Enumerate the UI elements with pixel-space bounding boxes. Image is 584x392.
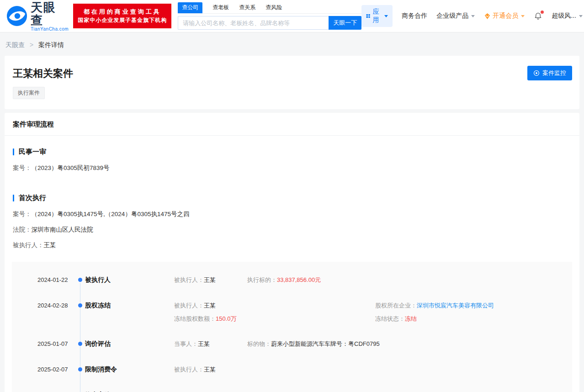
section-title-text: 首次执行: [19, 194, 46, 202]
case-process-card: 案件审理流程 民事一审案号：（2023）粤0305民初7839号首次执行案号：（…: [5, 113, 579, 392]
vip-gem-icon: [484, 13, 491, 20]
company-link[interactable]: 深圳市悦宸汽车美容有限公司: [417, 302, 494, 309]
nav-enterprise[interactable]: 企业级产品: [436, 12, 475, 20]
timeline-field-label: 被执行人：: [174, 302, 204, 309]
timeline-field-label: 标的物：: [247, 340, 271, 347]
timeline-content-line: 当事人：王某标的物：蔚来小型新能源汽车车牌号：粤CDF0795: [174, 340, 567, 348]
timeline-event-3: 2025-01-07询价评估当事人：王某标的物：蔚来小型新能源汽车车牌号：粤CD…: [37, 331, 567, 357]
search-tab-4[interactable]: 查风险: [265, 2, 282, 13]
page-content: 天眼查 > 案件详情 王某相关案件 执行案件 案件监控 案件审理流程 民事一审案…: [0, 32, 584, 392]
timeline-dot-cell: [75, 366, 85, 371]
timeline-event-1: 2024-01-22被执行人被执行人：王某执行标的：33,837,856.00元: [37, 267, 567, 293]
process-section-1: 民事一审案号：（2023）粤0305民初7839号: [13, 148, 571, 172]
case-field: 法院：深圳市南山区人民法院: [13, 226, 571, 233]
timeline-content-line: 被执行人：王某股权所在企业：深圳市悦宸汽车美容有限公司: [174, 302, 567, 309]
slogan-line2: 国家中小企业发展子基金旗下机构: [78, 16, 167, 25]
nav-super-risk-label: 超级风...: [552, 12, 576, 20]
timeline-field-value: 冻结: [405, 315, 417, 322]
chevron-down-icon: [521, 15, 525, 17]
nav-open-vip[interactable]: 开通会员: [484, 12, 525, 20]
case-field: 被执行人：王某: [13, 241, 571, 249]
case-monitor-button[interactable]: 案件监控: [527, 66, 572, 80]
timeline-event-title: 限制消费令: [85, 366, 174, 374]
notification-bell[interactable]: [534, 12, 542, 21]
timeline-content-line: 被执行人：王某: [174, 366, 567, 373]
timeline-event-title: 股权冻结: [85, 302, 174, 310]
nav-apps[interactable]: 应用: [361, 5, 393, 27]
field-value: 深圳市南山区人民法院: [32, 226, 93, 233]
breadcrumb-separator: >: [30, 41, 33, 48]
timeline-field-value: 王某: [204, 366, 216, 373]
timeline-field: 冻结状态：冻结: [375, 315, 567, 323]
timeline-dot-icon: [78, 367, 82, 371]
search-area: 查公司查老板查关系查风险 天眼一下: [178, 2, 361, 30]
search-tab-3[interactable]: 查关系: [239, 2, 255, 13]
field-label: 法院：: [13, 226, 32, 233]
search-tab-1[interactable]: 查公司: [178, 2, 202, 13]
timeline-field-label: 当事人：: [174, 340, 198, 347]
case-type-tag[interactable]: 执行案件: [13, 87, 45, 99]
logo-domain-text: TianYanCha.com: [31, 26, 69, 32]
tianyancha-logo-icon: [6, 5, 27, 26]
timeline-field-label: 被执行人：: [174, 366, 204, 373]
timeline-event-content: 被执行人：王某执行标的：33,837,856.00元: [174, 276, 567, 284]
chevron-down-icon: [471, 15, 475, 17]
timeline-event-5: 2025-02-08终本案件被执行人：王某未履行金额：28,787,570.46…: [37, 382, 567, 392]
timeline-event-title: 询价评估: [85, 340, 174, 348]
slogan-line1: 都在用的商业查询工具: [78, 7, 167, 16]
page-title: 王某相关案件: [13, 67, 571, 80]
nav-cooperation[interactable]: 商务合作: [402, 12, 427, 20]
timeline-field-label: 冻结状态：: [375, 315, 405, 322]
notification-dot: [541, 11, 544, 14]
search-input[interactable]: [178, 16, 329, 30]
breadcrumb-home[interactable]: 天眼查: [5, 41, 25, 48]
timeline-field: 执行标的：33,837,856.00元: [247, 276, 567, 284]
timeline-field: 冻结股权数额：150.0万: [174, 315, 247, 323]
timeline-dot-icon: [78, 342, 82, 346]
timeline-event-content: 被执行人：王某: [174, 366, 567, 373]
field-label: 被执行人：: [13, 242, 44, 249]
search-tab-2[interactable]: 查老板: [212, 2, 229, 13]
process-sections: 民事一审案号：（2023）粤0305民初7839号首次执行案号：（2024）粤0…: [5, 148, 579, 249]
timeline-field: 被执行人：王某: [174, 366, 247, 373]
case-field: 案号：（2024）粤0305执1475号,（2024）粤0305执1475号之四: [13, 210, 571, 218]
field-label: 案号：: [13, 211, 32, 217]
timeline-field: 标的物：蔚来小型新能源汽车车牌号：粤CDF0795: [247, 340, 567, 348]
top-nav: 应用 商务合作 企业级产品 开通会员 超级风...: [361, 5, 584, 27]
timeline-dot-cell: [75, 302, 85, 307]
breadcrumb-current: 案件详情: [38, 41, 64, 48]
timeline-field-value: 150.0万: [216, 315, 237, 322]
timeline-date: 2025-01-07: [37, 340, 75, 347]
timeline-field: 被执行人：王某: [174, 302, 247, 309]
timeline-field-value: 33,837,856.00元: [277, 276, 321, 283]
monitor-icon: [533, 70, 540, 76]
nav-enterprise-label: 企业级产品: [436, 12, 468, 20]
case-header-card: 王某相关案件 执行案件 案件监控: [5, 56, 579, 109]
chevron-down-icon: [579, 15, 583, 17]
timeline-date: 2024-01-22: [37, 276, 75, 283]
search-tabs: 查公司查老板查关系查风险: [178, 2, 361, 14]
breadcrumb: 天眼查 > 案件详情: [5, 32, 579, 56]
timeline-event-content: 当事人：王某标的物：蔚来小型新能源汽车车牌号：粤CDF0795: [174, 340, 567, 348]
timeline-dot-icon: [78, 278, 82, 282]
timeline-field-label: 执行标的：: [247, 276, 277, 283]
timeline-field-label: 被执行人：: [174, 276, 204, 283]
logo-brand-text: 天眼查: [31, 1, 69, 26]
timeline-field-value: 王某: [198, 340, 210, 347]
timeline-date: 2025-02-07: [37, 366, 75, 373]
search-button[interactable]: 天眼一下: [329, 16, 361, 30]
timeline-dot-icon: [78, 303, 82, 307]
tianyancha-logo[interactable]: 天眼查 TianYanCha.com: [6, 1, 69, 32]
case-field: 案号：（2023）粤0305民初7839号: [13, 164, 571, 172]
search-bar: 天眼一下: [178, 16, 361, 30]
timeline-event-4: 2025-02-07限制消费令被执行人：王某: [37, 357, 567, 382]
timeline-date: 2024-02-28: [37, 302, 75, 309]
timeline-content-line: 被执行人：王某执行标的：33,837,856.00元: [174, 276, 567, 284]
timeline-dot-cell: [75, 276, 85, 282]
section-title: 民事一审: [13, 148, 571, 156]
nav-super-risk[interactable]: 超级风...: [552, 12, 583, 20]
timeline-event-2: 2024-02-28股权冻结被执行人：王某股权所在企业：深圳市悦宸汽车美容有限公…: [37, 293, 567, 331]
timeline-field-value: 王某: [204, 302, 216, 309]
section-accent-bar: [13, 148, 14, 155]
field-value: 王某: [44, 242, 56, 249]
